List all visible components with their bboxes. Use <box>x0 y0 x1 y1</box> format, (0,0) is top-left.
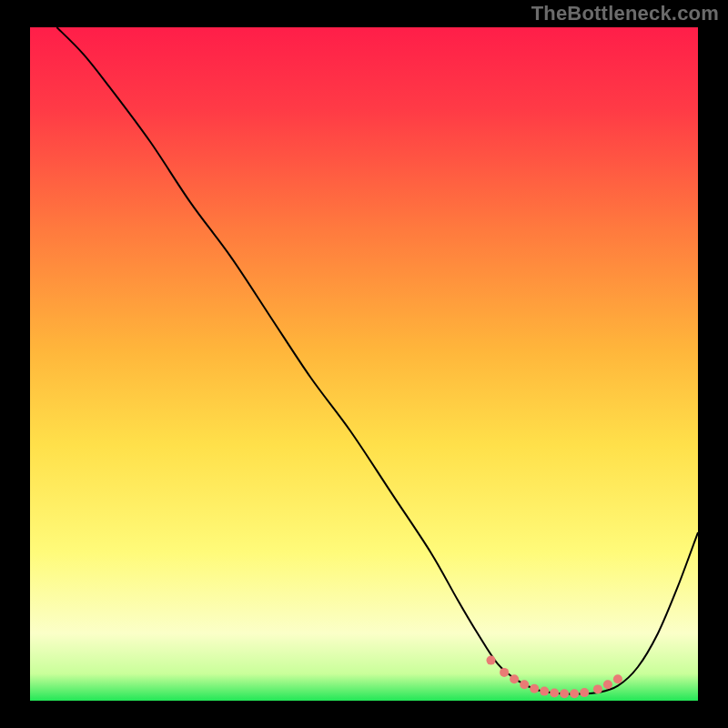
optimal-marker-dot <box>593 684 602 693</box>
optimal-marker-dot <box>487 656 496 665</box>
optimal-marker-dot <box>560 689 569 698</box>
optimal-marker-dot <box>570 689 579 698</box>
chart-container: TheBottleneck.com <box>0 0 728 728</box>
optimal-marker-dot <box>510 674 519 683</box>
optimal-marker-dot <box>580 688 589 697</box>
optimal-marker-dot <box>530 684 539 693</box>
optimal-marker-dot <box>603 680 612 689</box>
plot-area <box>30 27 698 701</box>
chart-svg <box>30 27 698 701</box>
attribution-text: TheBottleneck.com <box>531 2 719 25</box>
gradient-background <box>30 27 698 701</box>
optimal-marker-dot <box>613 674 622 683</box>
optimal-marker-dot <box>500 668 509 677</box>
optimal-marker-dot <box>540 687 549 696</box>
optimal-marker-dot <box>520 680 529 689</box>
optimal-marker-dot <box>550 689 559 698</box>
